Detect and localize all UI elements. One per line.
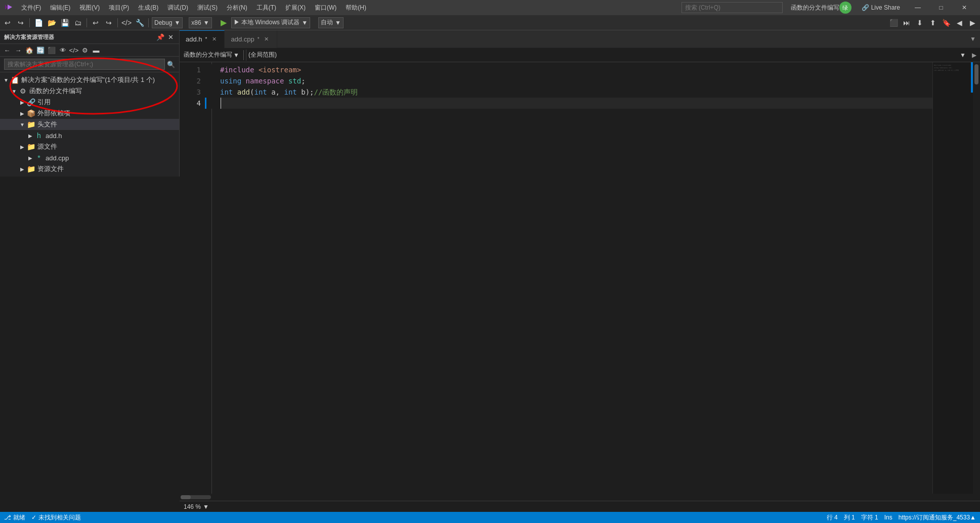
minimize-button[interactable]: — xyxy=(906,0,929,15)
menu-view[interactable]: 视图(V) xyxy=(75,3,104,13)
status-ins[interactable]: Ins xyxy=(884,513,892,522)
menu-debug[interactable]: 调试(D) xyxy=(163,3,192,13)
home-button[interactable]: 🏠 xyxy=(24,45,34,55)
show-all-button[interactable]: 👁 xyxy=(58,45,68,55)
line-num-2: 2 xyxy=(180,75,201,86)
h-scrollbar-track[interactable] xyxy=(181,495,211,499)
sidebar-wrapper: 解决方案资源管理器 📌 ✕ ← → 🏠 🔄 ⬛ 👁 </> ⚙ ▬ xyxy=(0,30,180,512)
window-title: 函数的分文件编写 xyxy=(791,4,839,12)
tab-add-h-close[interactable]: ✕ xyxy=(210,35,218,43)
run-button[interactable]: ▶ xyxy=(218,17,229,28)
source-files-node[interactable]: ▶ 📁 源文件 xyxy=(0,141,179,152)
tab-overflow-button[interactable]: ▼ xyxy=(966,35,980,42)
open-button[interactable]: 📂 xyxy=(46,17,57,28)
source-folder-icon: 📁 xyxy=(26,142,35,151)
solution-node[interactable]: ▼ 📋 解决方案"函数的分文件编写"(1个项目/共 1 个) xyxy=(0,74,179,85)
menu-file[interactable]: 文件(F) xyxy=(17,3,45,13)
properties-button[interactable]: 🔧 xyxy=(134,17,145,28)
menu-help[interactable]: 帮助(H) xyxy=(342,3,370,13)
live-share-button[interactable]: 🔗 Live Share xyxy=(856,4,906,11)
auto-dropdown[interactable]: 自动 ▼ xyxy=(318,17,344,28)
new-project-button[interactable]: 📄 xyxy=(33,17,44,28)
sidebar-close-button[interactable]: ✕ xyxy=(166,32,175,41)
view-button[interactable]: </> xyxy=(69,45,79,55)
menu-test[interactable]: 测试(S) xyxy=(193,3,222,13)
save-button[interactable]: 💾 xyxy=(59,17,70,28)
tab-add-cpp[interactable]: add.cpp * ✕ xyxy=(225,30,277,48)
project-node[interactable]: ▼ ⚙ 函数的分文件编写 xyxy=(0,85,179,97)
step-out-button[interactable]: ⬆ xyxy=(927,17,939,28)
undo-button[interactable]: ↩ xyxy=(90,17,101,28)
run-target-label: ▶ 本地 Windows 调试器 xyxy=(234,18,300,27)
ext-dep-node[interactable]: ▶ 📦 外部依赖项 xyxy=(0,108,179,119)
editor-area: add.h * ✕ add.cpp * ✕ ▼ 函数的分文件编写 ▼ (全局范围… xyxy=(180,30,980,512)
sidebar-header-buttons: 📌 ✕ xyxy=(156,32,175,41)
close-button[interactable]: ✕ xyxy=(953,0,976,15)
add-cpp-node[interactable]: ▶ * add.cpp xyxy=(0,152,179,163)
ref-node[interactable]: ▶ 🔗 引用 xyxy=(0,97,179,108)
forward-button[interactable]: ↪ xyxy=(15,17,26,28)
global-search-input[interactable] xyxy=(681,2,783,13)
project-chevron: ▼ xyxy=(10,87,18,95)
status-col[interactable]: 列 1 xyxy=(844,513,855,522)
code-editor: 1 2 3 4 #include <iostream> using namesp… xyxy=(180,62,980,494)
nav-scroll-right[interactable]: ▶ xyxy=(970,50,978,61)
header-files-node[interactable]: ▼ 📁 头文件 xyxy=(0,119,179,130)
sidebar-search-input[interactable] xyxy=(4,59,165,70)
horizontal-scrollbar[interactable] xyxy=(180,494,980,501)
save-all-button[interactable]: 🗂 xyxy=(72,17,83,28)
nav-file-dropdown[interactable]: 函数的分文件编写 ▼ xyxy=(182,50,241,61)
add-h-label: add.h xyxy=(46,132,62,140)
pin-button[interactable]: 📌 xyxy=(156,32,165,41)
h-scrollbar-thumb[interactable] xyxy=(181,495,191,499)
menu-extensions[interactable]: 扩展(X) xyxy=(281,3,310,13)
breakpoint-button[interactable]: ⬛ xyxy=(888,17,899,28)
sidebar-search-icon[interactable]: 🔍 xyxy=(167,61,175,68)
nav-forward-button[interactable]: → xyxy=(13,45,23,55)
status-ready[interactable]: ⎇ 就绪 xyxy=(4,513,25,522)
status-check[interactable]: ✓ 未找到相关问题 xyxy=(31,513,81,522)
editor-footer: 146 % ▼ xyxy=(180,501,980,512)
arch-chevron: ▼ xyxy=(203,19,209,26)
menu-tools[interactable]: 工具(T) xyxy=(252,3,280,13)
ref-label: 引用 xyxy=(37,98,51,107)
step-in-button[interactable]: ⬇ xyxy=(914,17,925,28)
solution-label: 解决方案"函数的分文件编写"(1个项目/共 1 个) xyxy=(21,75,155,84)
arch-dropdown[interactable]: x86 ▼ xyxy=(189,17,211,28)
nav-scope-dropdown[interactable]: (全局范围) ▼ xyxy=(246,50,968,61)
bookmark-button[interactable]: 🔖 xyxy=(941,17,952,28)
menu-project[interactable]: 项目(P) xyxy=(105,3,133,13)
refresh-button[interactable]: 🔄 xyxy=(35,45,46,55)
main-toolbar: ↩ ↪ 📄 📂 💾 🗂 ↩ ↪ </> 🔧 Debug ▼ x86 ▼ ▶ ▶ … xyxy=(0,15,980,30)
menu-analyze[interactable]: 分析(N) xyxy=(223,3,251,13)
tab-add-cpp-close[interactable]: ✕ xyxy=(263,35,271,43)
vertical-scrollbar[interactable] xyxy=(973,62,980,494)
status-line[interactable]: 行 4 xyxy=(827,513,838,522)
prev-bookmark-button[interactable]: ◀ xyxy=(954,17,965,28)
debug-config-dropdown[interactable]: Debug ▼ xyxy=(152,17,183,28)
zoom-control[interactable]: 146 % ▼ xyxy=(184,503,209,510)
redo-button[interactable]: ↪ xyxy=(103,17,114,28)
minimap: #include <iostream> using namespace std;… xyxy=(932,62,973,494)
step-over-button[interactable]: ⏭ xyxy=(901,17,912,28)
settings-button[interactable]: ⚙ xyxy=(80,45,90,55)
next-bookmark-button[interactable]: ▶ xyxy=(967,17,978,28)
code-content[interactable]: #include <iostream> using namespace std;… xyxy=(212,62,932,494)
collapse-button[interactable]: ⬛ xyxy=(47,45,57,55)
menu-window[interactable]: 窗口(W) xyxy=(311,3,340,13)
ref-chevron: ▶ xyxy=(18,98,26,106)
add-h-node[interactable]: ▶ h add.h xyxy=(0,130,179,141)
status-url[interactable]: https://订阅通知服务_4533▲ xyxy=(899,513,976,522)
nav-back-button[interactable]: ← xyxy=(2,45,12,55)
filter-button[interactable]: ▬ xyxy=(91,45,101,55)
maximize-button[interactable]: □ xyxy=(929,0,953,15)
scrollbar-thumb-v[interactable] xyxy=(974,64,978,84)
menu-edit[interactable]: 编辑(E) xyxy=(46,3,74,13)
code-view-button[interactable]: </> xyxy=(121,17,132,28)
resource-files-node[interactable]: ▶ 📁 资源文件 xyxy=(0,163,179,175)
back-button[interactable]: ↩ xyxy=(2,17,13,28)
run-target-dropdown[interactable]: ▶ 本地 Windows 调试器 ▼ xyxy=(231,17,311,28)
status-char[interactable]: 字符 1 xyxy=(861,513,878,522)
tab-add-h[interactable]: add.h * ✕ xyxy=(180,30,225,48)
menu-build[interactable]: 生成(B) xyxy=(134,3,162,13)
